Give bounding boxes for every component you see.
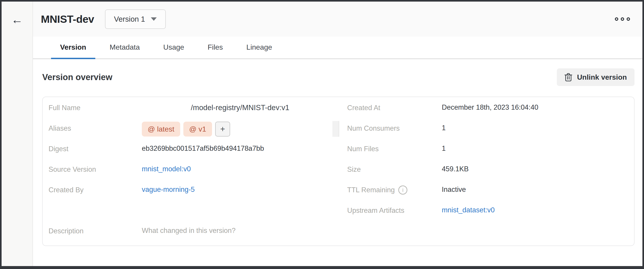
field-label: Aliases: [48, 124, 142, 132]
scrollbar-thumb[interactable]: [332, 121, 339, 137]
version-selector-dropdown[interactable]: Version 1: [105, 9, 166, 29]
digest-value: eb3269bbc001517af5b69b494178a7bb: [142, 144, 338, 153]
field-row-digest: Digest eb3269bbc001517af5b69b494178a7bb: [43, 144, 338, 165]
field-row-num-files: Num Files 1: [338, 144, 634, 165]
unlink-version-label: Unlink version: [577, 73, 627, 81]
ttl-remaining-label: TTL Remaining: [347, 186, 395, 194]
app-window: ← MNIST-dev Version 1 Version Metadata U…: [0, 0, 644, 269]
back-arrow-icon[interactable]: ←: [11, 13, 23, 26]
dot-icon: [621, 17, 624, 21]
field-row-size: Size 459.1KB: [338, 165, 634, 186]
tab-bar: Version Metadata Usage Files Lineage: [33, 36, 642, 59]
page-header: MNIST-dev Version 1: [33, 1, 642, 36]
description-placeholder-field[interactable]: What changed in this version?: [142, 227, 338, 235]
field-label: Size: [347, 165, 442, 174]
alias-chip-v1[interactable]: @ v1: [183, 122, 212, 137]
overflow-menu-icon[interactable]: [615, 17, 630, 21]
content-area: Version overview Unlink version: [33, 59, 642, 266]
field-label: Num Files: [347, 144, 442, 153]
tab-metadata[interactable]: Metadata: [101, 36, 149, 59]
empty-row: [43, 206, 338, 227]
ttl-remaining-value: Inactive: [442, 186, 634, 194]
size-value: 459.1KB: [442, 165, 634, 173]
field-label: Full Name: [48, 103, 142, 112]
field-label: Upstream Artifacts: [347, 206, 442, 215]
main-column: MNIST-dev Version 1 Version Metadata Usa…: [33, 1, 642, 266]
field-row-source-version: Source Version mnist_model:v0: [43, 165, 338, 186]
num-consumers-value: 1: [442, 124, 634, 132]
upstream-artifacts-link[interactable]: mnist_dataset:v0: [442, 206, 634, 214]
full-name-value: /model-registry/MNIST-dev:v1: [142, 103, 338, 112]
left-sidebar: ←: [2, 1, 33, 266]
trash-icon: [564, 73, 572, 81]
field-label: Num Consumers: [347, 124, 442, 132]
field-row-created-at: Created At December 18th, 2023 16:04:40: [338, 103, 634, 124]
field-row-ttl-remaining: TTL Remaining i Inactive: [338, 186, 634, 206]
field-label: Digest: [48, 144, 142, 153]
field-label: Source Version: [48, 165, 142, 174]
num-files-value: 1: [442, 144, 634, 153]
field-row-aliases: Aliases @ latest @ v1 +: [43, 124, 338, 144]
version-overview-card: Full Name /model-registry/MNIST-dev:v1 C…: [42, 97, 634, 246]
overview-header-row: Version overview Unlink version: [42, 68, 634, 86]
source-version-link[interactable]: mnist_model:v0: [142, 165, 338, 173]
alias-chip-latest[interactable]: @ latest: [142, 122, 180, 137]
tab-version[interactable]: Version: [51, 36, 95, 59]
version-selector-label: Version 1: [114, 15, 145, 23]
tab-files[interactable]: Files: [199, 36, 232, 59]
field-row-num-consumers: Num Consumers 1: [338, 124, 634, 144]
created-by-link[interactable]: vague-morning-5: [142, 186, 338, 194]
empty-row: [338, 227, 634, 246]
field-label: TTL Remaining i: [347, 186, 442, 195]
info-icon[interactable]: i: [398, 186, 407, 195]
add-alias-button[interactable]: +: [215, 122, 230, 137]
dot-icon: [626, 17, 630, 21]
field-row-description: Description What changed in this version…: [43, 227, 338, 246]
chevron-down-icon: [151, 17, 157, 21]
field-row-upstream-artifacts: Upstream Artifacts mnist_dataset:v0: [338, 206, 634, 227]
field-label: Created By: [48, 186, 142, 194]
tab-usage[interactable]: Usage: [154, 36, 193, 59]
alias-chip-list: @ latest @ v1 +: [142, 122, 338, 137]
field-label: Created At: [347, 103, 442, 112]
created-at-value: December 18th, 2023 16:04:40: [442, 103, 634, 111]
unlink-version-button[interactable]: Unlink version: [557, 68, 635, 86]
tab-lineage[interactable]: Lineage: [237, 36, 281, 59]
field-label: Description: [48, 227, 142, 235]
field-row-created-by: Created By vague-morning-5: [43, 186, 338, 206]
page-title: MNIST-dev: [41, 13, 94, 25]
section-heading: Version overview: [42, 72, 112, 82]
field-row-full-name: Full Name /model-registry/MNIST-dev:v1: [43, 103, 338, 124]
dot-icon: [615, 17, 618, 21]
